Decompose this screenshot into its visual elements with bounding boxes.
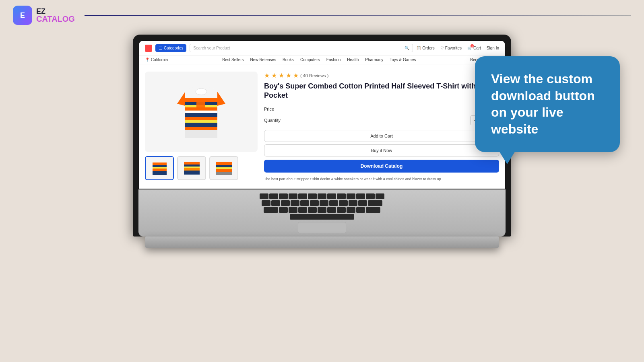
top-divider — [85, 15, 631, 16]
quantity-row: Quantity - 1 + — [264, 115, 499, 125]
svg-rect-28 — [216, 162, 232, 165]
subnav-books[interactable]: Books — [283, 58, 294, 62]
location-icon: 📍 — [145, 58, 150, 62]
download-catalog-button[interactable]: Download Catalog — [264, 160, 499, 173]
subnav-computers[interactable]: Computers — [300, 58, 320, 62]
product-area: ★ ★ ★ ★ ★ ( 40 Reviews ) Boy's Super Com… — [139, 64, 505, 189]
favorites-label: Favorites — [445, 46, 462, 50]
svg-rect-22 — [184, 162, 200, 165]
subnav-best-sellers[interactable]: Best Sellers — [222, 58, 244, 62]
hamburger-icon: ☰ — [159, 46, 162, 50]
subnav-health[interactable]: Health — [347, 58, 359, 62]
key — [269, 193, 278, 199]
product-details: ★ ★ ★ ★ ★ ( 40 Reviews ) Boy's Super Com… — [264, 72, 499, 181]
key — [337, 193, 346, 199]
star-2: ★ — [271, 72, 277, 79]
orders-label: Orders — [422, 46, 435, 50]
logo-area: E EZ CATALOG — [13, 6, 75, 25]
svg-rect-32 — [216, 172, 232, 175]
subnav-toys[interactable]: Toys & Games — [390, 58, 416, 62]
svg-rect-6 — [185, 111, 217, 113]
logo-text: EZ CATALOG — [36, 8, 75, 23]
key — [347, 207, 355, 213]
search-bar[interactable]: Search your Product 🔍 — [190, 44, 413, 52]
sign-in-button[interactable]: Sign In — [487, 46, 499, 50]
buy-now-button[interactable]: Buy it Now — [264, 144, 499, 156]
tooltip-text: View the custom download button on your … — [491, 72, 595, 136]
main-product-image — [145, 72, 258, 152]
key — [264, 207, 278, 213]
svg-rect-25 — [184, 168, 200, 171]
svg-rect-31 — [216, 169, 232, 172]
product-images — [145, 72, 258, 181]
cart-badge: 🛒 1 — [467, 46, 472, 50]
star-1: ★ — [264, 72, 270, 79]
key — [327, 207, 336, 213]
orders-action[interactable]: 📋 Orders — [416, 46, 435, 50]
review-count: ( 40 Reviews ) — [300, 73, 328, 78]
subnav-fashion[interactable]: Fashion — [326, 58, 341, 62]
location-indicator: 📍 California — [145, 58, 168, 62]
svg-rect-19 — [153, 169, 167, 171]
add-to-cart-button[interactable]: Add to Cart — [264, 130, 499, 142]
svg-rect-11 — [185, 127, 217, 130]
key — [358, 200, 367, 206]
key — [279, 207, 288, 213]
product-description: The best part about stripped t shirt den… — [264, 177, 499, 182]
categories-button[interactable]: ☰ Categories — [155, 44, 186, 52]
price-label: Price — [264, 107, 274, 111]
thumbnail-2[interactable] — [177, 156, 206, 180]
key — [337, 207, 346, 213]
trackpad[interactable] — [298, 222, 346, 233]
key — [271, 200, 280, 206]
main-content: ☰ Categories Search your Product 🔍 📋 — [0, 31, 644, 248]
cart-count-badge: 1 — [471, 44, 474, 47]
favorites-action[interactable]: ♡ Favorites — [440, 46, 462, 50]
space-key — [290, 214, 354, 220]
logo-ez-text: EZ — [36, 8, 75, 15]
site-subnav: 📍 California Best Sellers New Releases B… — [139, 56, 505, 64]
key — [366, 207, 380, 213]
categories-label: Categories — [164, 46, 183, 50]
svg-rect-24 — [184, 167, 200, 168]
key — [376, 193, 384, 199]
key — [318, 193, 326, 199]
svg-point-14 — [196, 88, 207, 95]
star-4: ★ — [286, 72, 291, 79]
logo-icon: E — [13, 6, 32, 25]
svg-text:E: E — [20, 11, 25, 19]
cart-action[interactable]: 🛒 1 Cart — [467, 46, 481, 50]
cart-label: Cart — [473, 46, 481, 50]
key — [356, 207, 365, 213]
subnav-new-releases[interactable]: New Releases — [250, 58, 276, 62]
svg-rect-23 — [184, 165, 200, 167]
svg-rect-7 — [185, 113, 217, 117]
key — [281, 200, 290, 206]
key — [339, 200, 348, 206]
svg-rect-18 — [153, 167, 167, 169]
laptop-screen: ☰ Categories Search your Product 🔍 📋 — [139, 41, 505, 189]
star-3: ★ — [279, 72, 284, 79]
top-bar: E EZ CATALOG — [0, 0, 644, 31]
tooltip-bubble: View the custom download button on your … — [475, 56, 620, 152]
site-logo — [145, 45, 152, 52]
svg-rect-2 — [185, 98, 217, 102]
subnav-pharmacy[interactable]: Pharmacy — [365, 58, 383, 62]
price-row: Price Rs 450 — [264, 106, 499, 112]
thumbnail-1[interactable] — [145, 156, 174, 180]
svg-rect-13 — [196, 102, 205, 110]
nav-actions: 📋 Orders ♡ Favorites 🛒 — [416, 46, 499, 50]
key — [300, 200, 309, 206]
svg-rect-16 — [153, 162, 167, 165]
svg-rect-20 — [153, 171, 167, 175]
key — [368, 200, 382, 206]
svg-rect-30 — [216, 167, 232, 169]
key — [308, 207, 317, 213]
keyboard-area — [138, 189, 506, 237]
rating-row: ★ ★ ★ ★ ★ ( 40 Reviews ) — [264, 72, 499, 79]
quantity-label: Quantity — [264, 118, 281, 123]
thumbnail-3[interactable] — [209, 156, 238, 180]
svg-rect-12 — [185, 130, 217, 138]
search-icon: 🔍 — [405, 46, 409, 50]
laptop-bezel: ☰ Categories Search your Product 🔍 📋 — [138, 40, 506, 189]
